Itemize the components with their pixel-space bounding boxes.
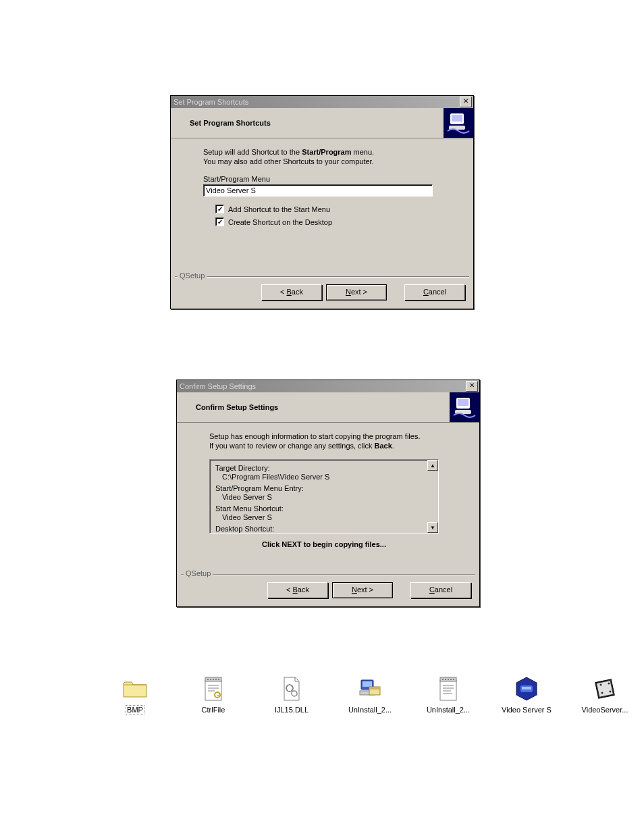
- svg-point-41: [600, 684, 602, 686]
- checkbox-start-menu[interactable]: ✓: [215, 205, 224, 213]
- video-file-icon: [591, 675, 618, 702]
- titlebar[interactable]: Set Program Shortcuts ✕: [171, 96, 473, 108]
- installer-icon: [450, 392, 479, 422]
- svg-rect-24: [369, 687, 380, 689]
- svg-rect-21: [363, 681, 372, 687]
- cancel-button[interactable]: Cancel: [410, 582, 471, 598]
- next-button[interactable]: Next >: [326, 284, 387, 301]
- svg-point-30: [450, 679, 452, 680]
- list-line: Start Menu Shortcut:: [215, 504, 433, 513]
- icon-label: UnInstall_2...: [425, 705, 471, 714]
- file-ctrlfile[interactable]: CtrlFile: [186, 675, 240, 714]
- icon-label: CtrlFile: [200, 705, 227, 714]
- uninstall-exe-icon: [356, 675, 383, 702]
- groupbox: QSetup: [175, 276, 469, 278]
- cancel-button[interactable]: Cancel: [404, 284, 465, 301]
- close-icon[interactable]: ✕: [466, 381, 478, 392]
- list-value: C:\Program Files\Video Server S: [215, 473, 433, 481]
- checkbox-desktop[interactable]: ✓: [215, 217, 224, 226]
- scrollbar[interactable]: ▲ ▼: [427, 460, 438, 533]
- notepad-icon: [435, 675, 462, 702]
- list-value: Video Server S: [215, 513, 433, 522]
- svg-rect-1: [452, 115, 462, 122]
- groupbox-label: QSetup: [184, 569, 213, 577]
- checkbox-desktop-label: Create Shortcut on the Desktop: [228, 218, 332, 226]
- button-row: < Back Next > Cancel: [171, 278, 473, 309]
- checkbox-row-desktop[interactable]: ✓ Create Shortcut on the Desktop: [215, 217, 460, 226]
- back-button[interactable]: < Back: [267, 582, 328, 598]
- instruction-line-1: Setup will add Shortcut to the Start/Pro…: [203, 148, 460, 156]
- svg-point-31: [453, 679, 454, 680]
- dialog-header: Confirm Setup Settings: [177, 392, 479, 423]
- svg-rect-4: [458, 399, 468, 406]
- file-videoserver[interactable]: VideoServer...: [578, 675, 632, 714]
- dialog-content: Setup has enough information to start co…: [177, 423, 479, 573]
- svg-rect-38: [522, 687, 531, 689]
- notepad-icon: [200, 675, 227, 702]
- menu-label: Start/Program Menu: [203, 175, 460, 183]
- file-uninstall-1[interactable]: UnInstall_2...: [343, 675, 397, 714]
- dialog-header: Set Program Shortcuts: [171, 108, 473, 138]
- video-server-icon: [513, 675, 540, 702]
- svg-point-9: [210, 679, 211, 680]
- groupbox-label: QSetup: [178, 271, 207, 280]
- instruction-line-2: You may also add other Shortcuts to your…: [203, 157, 460, 165]
- desktop-icons: BMP CtrlFile IJL15.DLL UnInstall_2... Un…: [108, 675, 632, 714]
- scroll-down-icon[interactable]: ▼: [427, 522, 438, 533]
- installer-icon: [444, 108, 473, 138]
- icon-label: BMP: [126, 705, 144, 714]
- instruction-line-1: Setup has enough information to start co…: [209, 432, 466, 440]
- svg-point-12: [218, 679, 219, 680]
- list-value: Video Server S: [215, 493, 433, 502]
- folder-bmp[interactable]: BMP: [108, 675, 162, 714]
- svg-point-27: [442, 679, 444, 680]
- window-title: Set Program Shortcuts: [173, 98, 248, 106]
- folder-icon: [122, 675, 149, 702]
- groupbox: QSetup: [181, 574, 475, 575]
- checkbox-row-start-menu[interactable]: ✓ Add Shortcut to the Start Menu: [215, 205, 460, 213]
- list-line: Desktop Shortcut:: [215, 525, 433, 533]
- header-title: Confirm Setup Settings: [196, 403, 278, 411]
- dll-icon: [278, 675, 305, 702]
- app-video-server-s[interactable]: Video Server S: [500, 675, 554, 714]
- svg-rect-40: [597, 681, 613, 697]
- svg-point-11: [215, 679, 217, 680]
- program-menu-input[interactable]: [203, 184, 433, 197]
- close-icon[interactable]: ✕: [460, 97, 472, 107]
- icon-label: Video Server S: [500, 705, 553, 714]
- titlebar[interactable]: Confirm Setup Settings ✕: [177, 380, 479, 392]
- list-line: Start/Program Menu Entry:: [215, 484, 433, 493]
- svg-point-17: [217, 695, 219, 696]
- back-button[interactable]: < Back: [261, 284, 322, 301]
- scroll-up-icon[interactable]: ▲: [427, 460, 438, 471]
- list-line: Target Directory:: [215, 464, 433, 473]
- dialog-content: Setup will add Shortcut to the Start/Pro…: [171, 138, 473, 275]
- window-title: Confirm Setup Settings: [180, 382, 256, 390]
- svg-point-10: [213, 679, 214, 680]
- icon-label: IJL15.DLL: [273, 705, 310, 714]
- svg-point-43: [610, 691, 612, 693]
- header-title: Set Program Shortcuts: [190, 119, 271, 127]
- settings-listbox[interactable]: Target Directory: C:\Program Files\Video…: [209, 459, 439, 533]
- svg-point-29: [448, 679, 449, 680]
- svg-point-8: [207, 679, 209, 680]
- svg-rect-25: [440, 680, 456, 700]
- file-ijl15-dll[interactable]: IJL15.DLL: [265, 675, 319, 714]
- file-uninstall-2[interactable]: UnInstall_2...: [421, 675, 475, 714]
- instruction-line-2: If you want to review or change any sett…: [209, 442, 466, 450]
- dialog-confirm-setup-settings: Confirm Setup Settings ✕ Confirm Setup S…: [176, 380, 480, 607]
- button-row: < Back Next > Cancel: [177, 575, 479, 606]
- icon-label: VideoServer...: [581, 705, 630, 714]
- next-button[interactable]: Next >: [332, 582, 393, 598]
- icon-label: UnInstall_2...: [347, 705, 393, 714]
- confirm-instruction: Click NEXT to begin copying files...: [182, 540, 466, 548]
- checkbox-start-menu-label: Add Shortcut to the Start Menu: [228, 205, 330, 213]
- svg-point-42: [608, 683, 610, 685]
- dialog-set-program-shortcuts: Set Program Shortcuts ✕ Set Program Shor…: [170, 95, 474, 309]
- svg-point-28: [445, 679, 446, 680]
- svg-point-44: [601, 692, 603, 694]
